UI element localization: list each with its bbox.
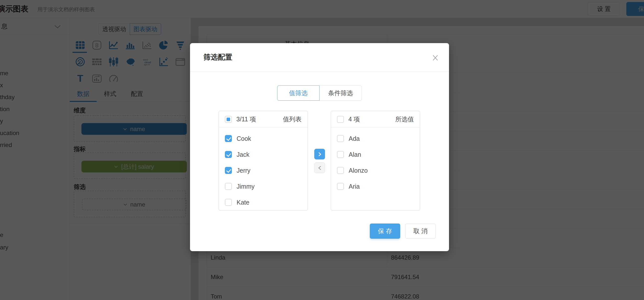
checkbox[interactable]	[225, 135, 232, 142]
source-list-title: 值列表	[283, 115, 302, 123]
cancel-button[interactable]: 取 消	[405, 223, 436, 239]
selected-values-list: 4 项 所选值 Ada Alan Alonzo Aria	[331, 111, 420, 210]
list-item-cook[interactable]: Cook	[219, 131, 308, 147]
close-icon[interactable]	[432, 54, 439, 62]
source-list-header: 3/11 项 值列表	[219, 111, 308, 128]
list-item-aria[interactable]: Aria	[331, 178, 420, 194]
list-item-jerry[interactable]: Jerry	[219, 162, 308, 178]
target-list-title: 所选值	[395, 115, 414, 123]
target-count-summary: 4 项	[348, 115, 395, 123]
list-item-jimmy[interactable]: Jimmy	[219, 178, 308, 194]
checkbox[interactable]	[337, 183, 344, 190]
filter-config-modal: 筛选配置 值筛选 条件筛选 3/11 项 值列表 Cook	[190, 43, 449, 251]
move-left-button-disabled[interactable]	[314, 162, 325, 173]
checkbox[interactable]	[337, 151, 344, 158]
modal-title: 筛选配置	[204, 52, 232, 62]
list-item-kate[interactable]: Kate	[219, 194, 308, 210]
value-source-list: 3/11 项 值列表 Cook Jack Jerry Jimm	[219, 111, 308, 210]
checkbox[interactable]	[225, 199, 232, 206]
select-all-checkbox[interactable]	[225, 116, 232, 123]
checkbox[interactable]	[225, 183, 232, 190]
select-all-checkbox[interactable]	[337, 116, 344, 123]
source-list-items: Cook Jack Jerry Jimmy Kate	[219, 128, 308, 210]
checkbox[interactable]	[225, 151, 232, 158]
checkbox[interactable]	[337, 167, 344, 174]
move-right-button[interactable]	[314, 149, 325, 159]
checkbox[interactable]	[337, 135, 344, 142]
save-button[interactable]: 保 存	[370, 223, 400, 239]
tab-condition-filter[interactable]: 条件筛选	[320, 86, 362, 101]
filter-mode-tabs: 值筛选 条件筛选	[277, 86, 362, 101]
target-list-header: 4 项 所选值	[331, 111, 420, 128]
source-selected-summary: 3/11 项	[236, 115, 283, 123]
tab-value-filter[interactable]: 值筛选	[277, 86, 320, 101]
app-root: 演示图表 用于演示文档的样例图表 设 置 保 存 息 me x thday ti…	[0, 0, 644, 300]
list-item-ada[interactable]: Ada	[331, 131, 420, 147]
target-list-items: Ada Alan Alonzo Aria	[331, 128, 420, 194]
modal-header: 筛选配置	[190, 43, 449, 72]
modal-footer: 保 存 取 消	[190, 223, 449, 239]
checkbox[interactable]	[225, 167, 232, 174]
list-item-alonzo[interactable]: Alonzo	[331, 162, 420, 178]
list-item-jack[interactable]: Jack	[219, 147, 308, 162]
list-item-alan[interactable]: Alan	[331, 147, 420, 162]
